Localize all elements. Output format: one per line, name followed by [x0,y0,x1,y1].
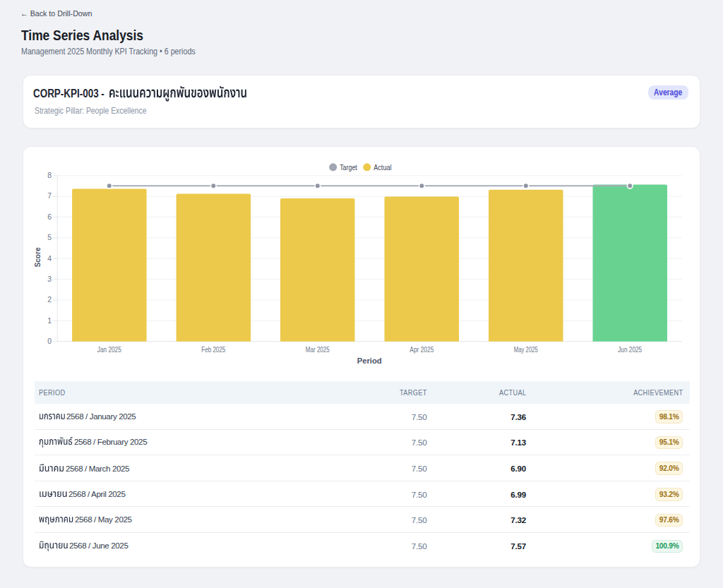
svg-text:Feb 2025: Feb 2025 [201,346,225,354]
svg-text:3: 3 [47,275,52,282]
svg-text:2: 2 [47,296,52,304]
svg-text:May 2025: May 2025 [514,346,538,354]
svg-text:Jan 2025: Jan 2025 [97,346,121,354]
svg-text:Period: Period [357,356,382,364]
svg-text:4: 4 [47,254,52,262]
svg-text:Mar 2025: Mar 2025 [306,346,330,354]
svg-text:Apr 2025: Apr 2025 [410,346,434,354]
svg-text:6: 6 [47,212,52,220]
svg-text:0: 0 [47,337,52,344]
svg-text:Jun 2025: Jun 2025 [618,346,642,354]
svg-text:5: 5 [47,234,52,241]
svg-text:7: 7 [47,192,52,200]
svg-text:8: 8 [47,172,52,179]
svg-text:Actual: Actual [374,162,391,171]
svg-text:1: 1 [47,316,52,324]
svg-text:Score: Score [33,247,42,267]
svg-text:Target: Target [340,162,357,171]
